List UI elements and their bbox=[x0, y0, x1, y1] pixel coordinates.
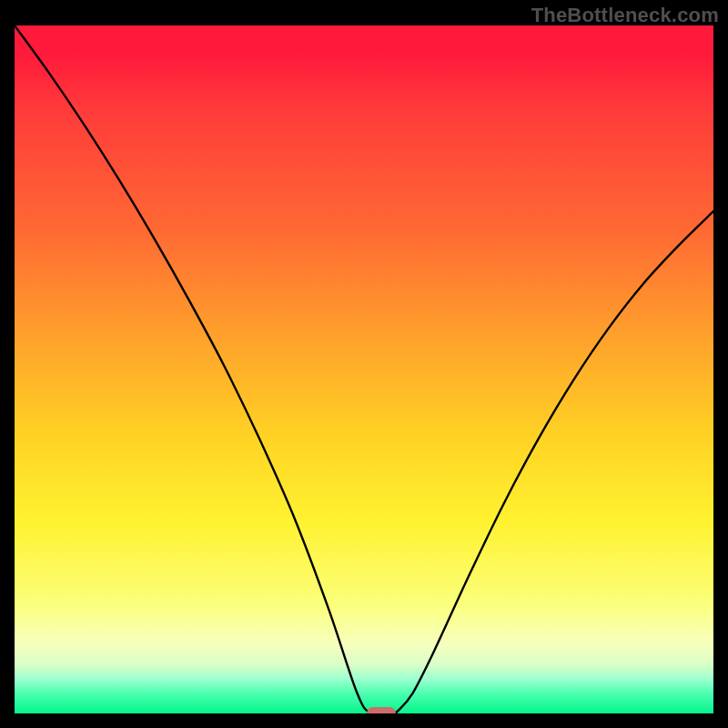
optimal-marker bbox=[367, 707, 396, 713]
plot-area bbox=[15, 25, 713, 713]
watermark-text: TheBottleneck.com bbox=[531, 4, 719, 27]
bottleneck-curve bbox=[15, 25, 713, 713]
chart-frame: TheBottleneck.com bbox=[0, 0, 728, 728]
